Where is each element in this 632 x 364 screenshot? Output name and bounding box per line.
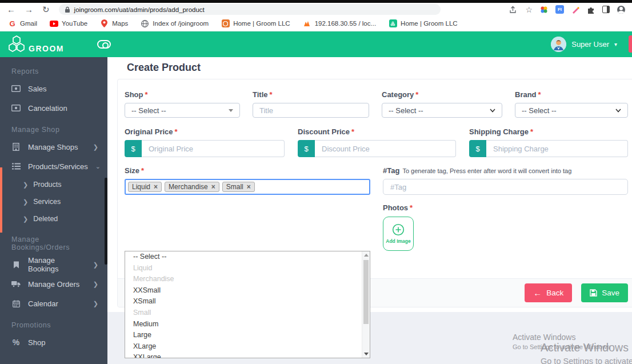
original-price-input[interactable] [142,140,285,157]
sidebar-subitem-deleted[interactable]: ❯ Deleted [0,210,107,227]
sidebar-item-label: Products/Services [28,162,88,171]
sidebar-item-label: Manage Bookings [28,256,86,273]
category-select[interactable]: -- Select -- [382,103,502,118]
bookmark-youtube[interactable]: YouTube [50,19,87,28]
discount-price-field: Discount Price* $ [298,127,456,157]
extensions-puzzle-icon[interactable] [587,6,595,14]
size-options-dropdown: -- Select -- Liquid Merchandise XXSmall … [125,251,370,358]
size-option[interactable]: Medium [125,319,370,330]
size-option[interactable]: XSmall [125,296,370,307]
back-button[interactable]: ← Back [525,283,572,302]
title-input[interactable] [253,103,369,118]
bookmark-label: 192.168.30.55 / loc... [315,20,376,27]
sidebar-item-shop[interactable]: % Shop [0,333,107,352]
list-icon [11,163,21,170]
sidebar-section-bookings-orders: Manage Bookings/Orders [0,227,107,255]
chevron-right-icon: ❯ [23,198,28,206]
bookmark-index-joingroom[interactable]: Index of /joingroom [141,19,209,28]
globe-icon [141,19,149,28]
bookmark-home-groom-1[interactable]: Home | Groom LLC [221,19,290,28]
brand-select[interactable]: -- Select -- [515,103,628,118]
brand-field: Brand* -- Select -- [515,90,628,118]
fi-extension-icon[interactable]: FI [555,5,564,14]
discount-price-input[interactable] [315,140,456,157]
bookmark-localhost[interactable]: 192.168.30.55 / loc... [303,19,376,28]
sidebar-subitem-products[interactable]: ❯ Products [0,176,107,193]
remove-tag-icon[interactable]: × [247,183,251,190]
pen-extension-icon[interactable] [571,6,579,14]
photos-extension-icon[interactable] [540,6,548,14]
percent-icon: % [11,338,21,347]
sidebar-item-cancelation[interactable]: Cancelation [0,98,107,118]
bookmark-star-icon[interactable]: ☆ [525,6,533,14]
shop-select[interactable]: -- Select -- [125,103,240,118]
chevron-right-icon: ❯ [93,143,98,151]
sidebar-toggle-icon[interactable] [97,40,111,49]
main-content: Activate Windows Go to Settings to activ… [107,57,632,364]
sidebar-item-calendar[interactable]: Calendar ❯ [0,294,107,313]
size-multiselect[interactable]: Liquid× Merchandise× Small× [125,179,370,195]
brand-label: Brand [515,90,537,99]
sidebar-section-promotions: Promotions [0,313,107,333]
side-panel-icon[interactable] [602,6,610,13]
dollar-prefix: $ [125,140,142,157]
user-menu[interactable]: Super User ▾ [551,37,617,52]
size-tag: Merchandise× [165,182,219,192]
sidebar-subitem-services[interactable]: ❯ Services [0,193,107,210]
brand-select-value: -- Select -- [522,106,557,115]
bookmark-icon [11,261,21,269]
reload-icon[interactable]: ↻ [42,5,50,14]
size-option[interactable]: Large [125,330,370,341]
chevron-right-icon: ❯ [23,215,28,223]
sidebar-section-manage-shop: Manage Shop [0,118,107,137]
title-field: Title* [253,90,369,118]
size-option[interactable]: XXSmall [125,285,370,297]
sidebar-item-manage-shops[interactable]: Manage Shops ❯ [0,137,107,157]
maps-pin-icon [100,19,109,28]
size-option[interactable]: -- Select -- [125,251,370,263]
sidebar-item-products-services[interactable]: Products/Services ⌄ [0,157,107,176]
bookmark-home-groom-2[interactable]: Home | Groom LLC [389,19,458,28]
shipping-charge-input[interactable] [486,140,628,157]
app-header: GROOM Super User ▾ [0,31,632,57]
bookmark-gmail[interactable]: G Gmail [8,19,37,28]
tag-photos-column: #TagTo generate tag, Press enter after w… [383,166,628,251]
banknote-icon [11,85,21,92]
notification-sliver [629,35,632,53]
scroll-up-icon[interactable] [364,254,369,257]
size-option: Merchandise [125,274,370,285]
padlock-icon [65,6,70,13]
sidebar-item-sales[interactable]: Sales [0,79,107,98]
app-logo[interactable]: GROOM [7,35,64,53]
original-price-field: Original Price* $ [125,127,285,157]
shop-field: Shop* -- Select -- [125,90,240,118]
size-option[interactable]: XLarge [125,341,370,353]
youtube-icon [50,19,58,28]
hashtag-hint: To generate tag, Press enter after word … [402,167,571,174]
browser-profile-icon[interactable] [617,6,625,14]
share-icon[interactable] [509,6,518,14]
add-image-button[interactable]: Add Image [383,217,414,251]
shipping-charge-label: Shipping Charge [469,127,529,136]
sidebar-item-manage-bookings[interactable]: Manage Bookings ❯ [0,255,107,274]
remove-tag-icon[interactable]: × [211,183,215,190]
hashtag-label: #Tag [383,166,399,175]
dropdown-scrollbar[interactable] [362,251,370,358]
chevron-down-icon [615,109,621,113]
scroll-down-icon[interactable] [364,353,369,355]
forward-nav-icon[interactable]: → [25,5,33,14]
dollar-prefix: $ [469,140,486,157]
chevron-down-icon [490,109,495,113]
hashtag-input[interactable] [383,179,628,195]
bookmark-maps[interactable]: Maps [100,19,128,28]
address-bar[interactable]: joingroom.com/uat/admin/prods/add_produc… [59,4,441,15]
size-option[interactable]: XXLarge [125,352,370,358]
save-button[interactable]: Save [581,283,628,302]
chevron-right-icon: ❯ [93,300,98,307]
required-marker: * [145,90,148,99]
back-nav-icon[interactable]: ← [7,5,15,14]
required-marker: * [270,90,273,99]
sidebar-item-manage-orders[interactable]: Manage Orders ❯ [0,274,107,294]
scrollbar-thumb[interactable] [363,260,369,324]
remove-tag-icon[interactable]: × [154,183,158,190]
